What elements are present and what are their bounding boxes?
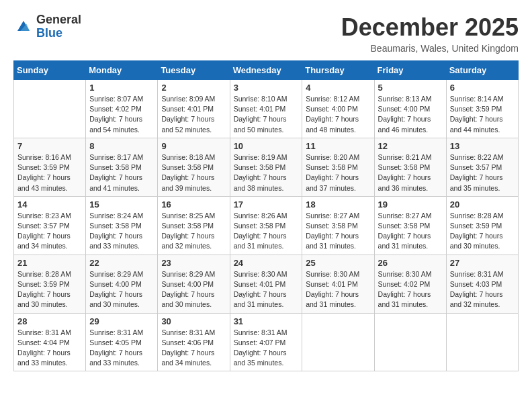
calendar-cell: 24Sunrise: 8:30 AM Sunset: 4:01 PM Dayli… <box>230 255 302 313</box>
day-info: Sunrise: 8:30 AM Sunset: 4:02 PM Dayligh… <box>378 269 443 310</box>
day-info: Sunrise: 8:25 AM Sunset: 3:58 PM Dayligh… <box>161 211 226 252</box>
day-number: 19 <box>378 199 443 210</box>
day-info: Sunrise: 8:10 AM Sunset: 4:01 PM Dayligh… <box>234 94 299 135</box>
day-number: 30 <box>161 316 226 326</box>
day-number: 23 <box>161 258 226 268</box>
day-number: 16 <box>161 199 226 210</box>
day-info: Sunrise: 8:31 AM Sunset: 4:04 PM Dayligh… <box>17 328 82 369</box>
day-info: Sunrise: 8:21 AM Sunset: 3:58 PM Dayligh… <box>378 152 443 193</box>
calendar-week-3: 14Sunrise: 8:23 AM Sunset: 3:57 PM Dayli… <box>14 196 519 255</box>
day-number: 25 <box>306 258 370 268</box>
day-info: Sunrise: 8:14 AM Sunset: 3:59 PM Dayligh… <box>450 94 515 135</box>
calendar-cell: 22Sunrise: 8:29 AM Sunset: 4:00 PM Dayli… <box>86 255 158 313</box>
logo-general-text: General <box>36 13 81 27</box>
day-info: Sunrise: 8:31 AM Sunset: 4:05 PM Dayligh… <box>89 328 154 369</box>
calendar-cell: 7Sunrise: 8:16 AM Sunset: 3:59 PM Daylig… <box>14 138 86 196</box>
day-number: 24 <box>234 258 299 268</box>
day-number: 28 <box>17 316 82 326</box>
day-number: 6 <box>450 83 515 93</box>
day-info: Sunrise: 8:20 AM Sunset: 3:58 PM Dayligh… <box>306 152 370 193</box>
day-number: 29 <box>89 316 154 326</box>
day-info: Sunrise: 8:28 AM Sunset: 3:59 PM Dayligh… <box>17 269 82 310</box>
calendar-table: SundayMondayTuesdayWednesdayThursdayFrid… <box>13 60 519 371</box>
calendar-week-4: 21Sunrise: 8:28 AM Sunset: 3:59 PM Dayli… <box>14 255 519 313</box>
day-number: 26 <box>378 258 443 268</box>
day-number: 13 <box>450 141 515 151</box>
day-number: 21 <box>17 258 82 268</box>
calendar-cell: 9Sunrise: 8:18 AM Sunset: 3:58 PM Daylig… <box>158 138 230 196</box>
logo-blue-text: Blue <box>36 27 81 40</box>
day-info: Sunrise: 8:29 AM Sunset: 4:00 PM Dayligh… <box>89 269 154 310</box>
day-number: 31 <box>234 316 299 326</box>
calendar-cell: 21Sunrise: 8:28 AM Sunset: 3:59 PM Dayli… <box>14 255 86 313</box>
calendar-cell: 27Sunrise: 8:31 AM Sunset: 4:03 PM Dayli… <box>446 255 518 313</box>
day-info: Sunrise: 8:19 AM Sunset: 3:58 PM Dayligh… <box>234 152 299 193</box>
calendar-cell: 1Sunrise: 8:07 AM Sunset: 4:02 PM Daylig… <box>86 80 158 138</box>
calendar-cell: 11Sunrise: 8:20 AM Sunset: 3:58 PM Dayli… <box>302 138 374 196</box>
title-block: December 2025 Beaumaris, Wales, United K… <box>341 13 519 54</box>
day-of-week-wednesday: Wednesday <box>230 61 302 80</box>
calendar-cell: 15Sunrise: 8:24 AM Sunset: 3:58 PM Dayli… <box>86 196 158 255</box>
calendar-cell: 31Sunrise: 8:31 AM Sunset: 4:07 PM Dayli… <box>230 313 302 371</box>
day-number: 17 <box>234 199 299 210</box>
logo-icon <box>13 17 34 37</box>
day-number: 12 <box>378 141 443 151</box>
day-info: Sunrise: 8:17 AM Sunset: 3:58 PM Dayligh… <box>89 152 154 193</box>
day-of-week-friday: Friday <box>374 61 446 80</box>
day-number: 2 <box>161 83 226 93</box>
day-number: 7 <box>17 141 82 151</box>
day-of-week-thursday: Thursday <box>302 61 374 80</box>
calendar-cell: 29Sunrise: 8:31 AM Sunset: 4:05 PM Dayli… <box>86 313 158 371</box>
day-of-week-monday: Monday <box>86 61 158 80</box>
day-number: 8 <box>89 141 154 151</box>
day-number: 20 <box>450 199 515 210</box>
calendar-cell: 30Sunrise: 8:31 AM Sunset: 4:06 PM Dayli… <box>158 313 230 371</box>
day-info: Sunrise: 8:27 AM Sunset: 3:58 PM Dayligh… <box>306 211 370 252</box>
day-number: 4 <box>306 83 370 93</box>
calendar-cell: 28Sunrise: 8:31 AM Sunset: 4:04 PM Dayli… <box>14 313 86 371</box>
day-of-week-saturday: Saturday <box>446 61 518 80</box>
day-info: Sunrise: 8:16 AM Sunset: 3:59 PM Dayligh… <box>17 152 82 193</box>
day-info: Sunrise: 8:31 AM Sunset: 4:03 PM Dayligh… <box>450 269 515 310</box>
day-info: Sunrise: 8:30 AM Sunset: 4:01 PM Dayligh… <box>306 269 370 310</box>
day-info: Sunrise: 8:09 AM Sunset: 4:01 PM Dayligh… <box>161 94 226 135</box>
month-title: December 2025 <box>341 13 519 42</box>
day-number: 9 <box>161 141 226 151</box>
day-number: 3 <box>234 83 299 93</box>
day-number: 1 <box>89 83 154 93</box>
calendar-cell: 12Sunrise: 8:21 AM Sunset: 3:58 PM Dayli… <box>374 138 446 196</box>
calendar-cell <box>374 313 446 371</box>
calendar-cell: 13Sunrise: 8:22 AM Sunset: 3:57 PM Dayli… <box>446 138 518 196</box>
calendar-cell <box>446 313 518 371</box>
day-number: 22 <box>89 258 154 268</box>
calendar-cell: 8Sunrise: 8:17 AM Sunset: 3:58 PM Daylig… <box>86 138 158 196</box>
calendar-cell: 10Sunrise: 8:19 AM Sunset: 3:58 PM Dayli… <box>230 138 302 196</box>
day-info: Sunrise: 8:28 AM Sunset: 3:59 PM Dayligh… <box>450 211 515 252</box>
day-info: Sunrise: 8:07 AM Sunset: 4:02 PM Dayligh… <box>89 94 154 135</box>
day-of-week-sunday: Sunday <box>14 61 86 80</box>
calendar-week-2: 7Sunrise: 8:16 AM Sunset: 3:59 PM Daylig… <box>14 138 519 196</box>
day-number: 18 <box>306 199 370 210</box>
day-number: 14 <box>17 199 82 210</box>
calendar-cell <box>14 80 86 138</box>
day-info: Sunrise: 8:18 AM Sunset: 3:58 PM Dayligh… <box>161 152 226 193</box>
calendar-body: 1Sunrise: 8:07 AM Sunset: 4:02 PM Daylig… <box>14 80 519 371</box>
calendar-cell: 6Sunrise: 8:14 AM Sunset: 3:59 PM Daylig… <box>446 80 518 138</box>
calendar-cell <box>302 313 374 371</box>
day-info: Sunrise: 8:23 AM Sunset: 3:57 PM Dayligh… <box>17 211 82 252</box>
calendar-cell: 14Sunrise: 8:23 AM Sunset: 3:57 PM Dayli… <box>14 196 86 255</box>
day-info: Sunrise: 8:13 AM Sunset: 4:00 PM Dayligh… <box>378 94 443 135</box>
day-info: Sunrise: 8:24 AM Sunset: 3:58 PM Dayligh… <box>89 211 154 252</box>
day-info: Sunrise: 8:26 AM Sunset: 3:58 PM Dayligh… <box>234 211 299 252</box>
page-header: General Blue December 2025 Beaumaris, Wa… <box>13 13 519 54</box>
calendar-cell: 2Sunrise: 8:09 AM Sunset: 4:01 PM Daylig… <box>158 80 230 138</box>
calendar-cell: 26Sunrise: 8:30 AM Sunset: 4:02 PM Dayli… <box>374 255 446 313</box>
day-info: Sunrise: 8:22 AM Sunset: 3:57 PM Dayligh… <box>450 152 515 193</box>
calendar-week-5: 28Sunrise: 8:31 AM Sunset: 4:04 PM Dayli… <box>14 313 519 371</box>
day-info: Sunrise: 8:27 AM Sunset: 3:58 PM Dayligh… <box>378 211 443 252</box>
calendar-cell: 17Sunrise: 8:26 AM Sunset: 3:58 PM Dayli… <box>230 196 302 255</box>
day-info: Sunrise: 8:31 AM Sunset: 4:07 PM Dayligh… <box>234 328 299 369</box>
day-number: 5 <box>378 83 443 93</box>
day-number: 27 <box>450 258 515 268</box>
day-info: Sunrise: 8:29 AM Sunset: 4:00 PM Dayligh… <box>161 269 226 310</box>
